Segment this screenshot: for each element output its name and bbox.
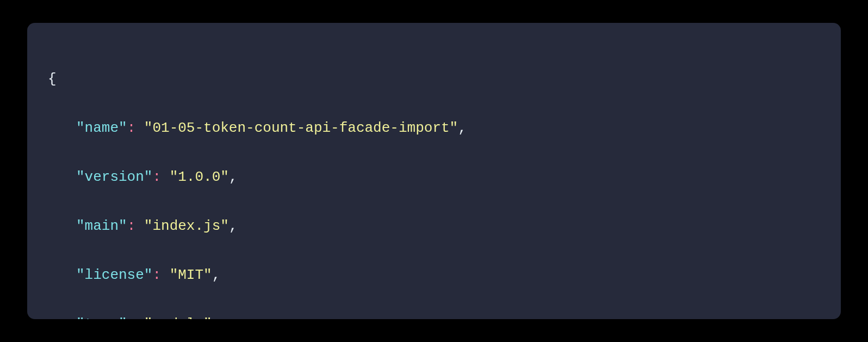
json-colon: : [127, 218, 136, 234]
code-line: "name": "01-05-token-count-api-facade-im… [48, 116, 820, 141]
json-string: "1.0.0" [170, 169, 229, 185]
code-line: "type": "module", [48, 312, 820, 319]
json-key: "license" [76, 267, 152, 283]
json-colon: : [152, 267, 161, 283]
code-line: "license": "MIT", [48, 263, 820, 288]
json-key: "name" [76, 120, 127, 136]
space [161, 169, 170, 185]
json-key: "type" [76, 316, 127, 319]
space [135, 120, 144, 136]
json-comma: , [212, 267, 221, 283]
space [161, 267, 170, 283]
json-string: "module" [144, 316, 212, 319]
code-line: "main": "index.js", [48, 214, 820, 239]
space [135, 218, 144, 234]
json-comma: , [458, 120, 467, 136]
json-string: "index.js" [144, 218, 229, 234]
json-colon: : [127, 120, 136, 136]
code-line: "version": "1.0.0", [48, 165, 820, 190]
code-block: { "name": "01-05-token-count-api-facade-… [27, 23, 841, 319]
json-comma: , [229, 169, 238, 185]
code-line: { [48, 67, 820, 91]
json-comma: , [212, 316, 221, 319]
space [135, 316, 144, 319]
json-string: "MIT" [170, 267, 212, 283]
json-comma: , [229, 218, 238, 234]
json-colon: : [127, 316, 136, 319]
open-brace: { [48, 71, 57, 87]
json-key: "main" [76, 218, 127, 234]
json-string: "01-05-token-count-api-facade-import" [144, 120, 458, 136]
json-colon: : [152, 169, 161, 185]
json-key: "version" [76, 169, 152, 185]
